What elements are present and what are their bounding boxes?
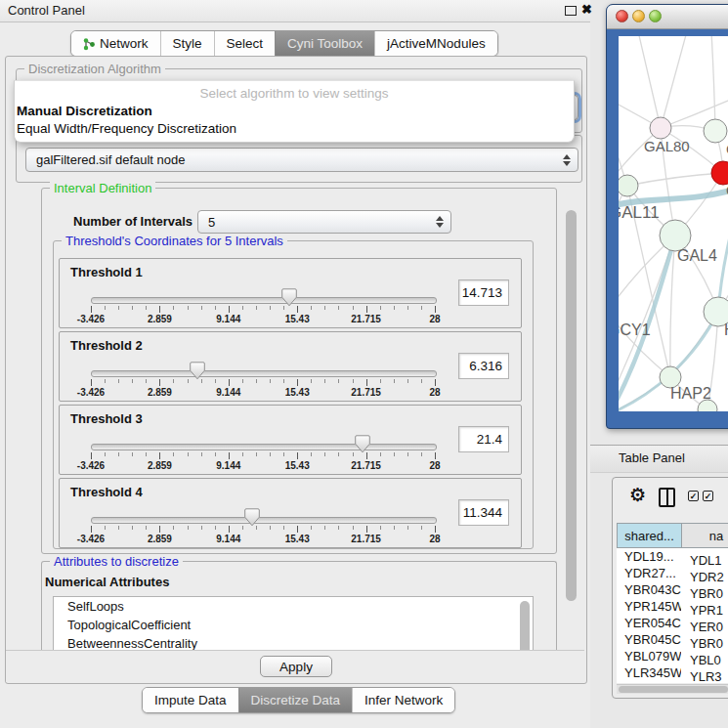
tick-mark: [188, 379, 189, 383]
slider-track[interactable]: [91, 444, 437, 450]
settings-scrollbar[interactable]: [564, 184, 578, 650]
scrollbar-thumb[interactable]: [566, 210, 577, 601]
threshold-value-field[interactable]: 11.344: [458, 499, 509, 526]
tab-discretize-data[interactable]: Discretize Data: [238, 688, 353, 712]
top-tab-bar: NetworkStyleSelectCyni ToolboxjActiveMNo…: [70, 30, 498, 57]
float-panel-icon[interactable]: [565, 6, 577, 16]
tick-mark: [173, 452, 174, 456]
tick-mark: [435, 379, 436, 386]
tick-label: -3.426: [77, 460, 105, 471]
table-row[interactable]: YIL052CYIL0: [617, 681, 728, 683]
dropdown-option-manual-discretization[interactable]: Manual Discretization: [17, 104, 152, 118]
numerical-attributes-label: Numerical Attributes: [45, 575, 169, 589]
network-node-label: H: [724, 321, 728, 338]
tick-label: 9.144: [216, 460, 240, 471]
minimize-light-icon[interactable]: [632, 10, 645, 22]
tick-mark: [324, 452, 325, 456]
cell-shared-name: YIL052C: [617, 681, 681, 683]
tick-mark: [188, 306, 189, 310]
threshold-label: Threshold 1: [70, 265, 143, 279]
tab-infer-network[interactable]: Infer Network: [352, 688, 454, 712]
tab-select[interactable]: Select: [214, 31, 276, 56]
slider-track[interactable]: [91, 370, 437, 377]
tab-jactivemnodules[interactable]: jActiveMNodules: [374, 31, 497, 56]
table-panel-title: Table Panel: [619, 450, 685, 465]
table-row[interactable]: YLR345WYLR3: [617, 664, 728, 681]
checkbox-icon[interactable]: ✓: [688, 491, 699, 501]
network-node[interactable]: [650, 117, 671, 139]
tick-mark: [188, 526, 189, 530]
tick-mark: [380, 452, 381, 456]
attributes-list[interactable]: SelfLoopsTopologicalCoefficientBetweenne…: [53, 596, 534, 651]
table-row[interactable]: YPR145WYPR1: [617, 598, 728, 615]
list-item-topologicalcoefficient[interactable]: TopologicalCoefficient: [54, 616, 533, 634]
cell-shared-name: YDL19...: [617, 548, 681, 565]
tick-mark: [297, 452, 298, 459]
slider-thumb[interactable]: [244, 508, 260, 527]
table-row[interactable]: YDR27...YDR2: [617, 565, 728, 581]
tick-mark: [353, 526, 354, 530]
tick-mark: [159, 526, 160, 533]
slider-track[interactable]: [91, 517, 437, 524]
slider-thumb[interactable]: [355, 435, 370, 453]
zoom-light-icon[interactable]: [649, 10, 662, 22]
list-item-betweennesscentrality[interactable]: BetweennessCentrality: [54, 634, 533, 651]
tick-mark: [118, 306, 119, 310]
tab-label: Cyni Toolbox: [287, 36, 363, 51]
list-scrollbar-thumb[interactable]: [520, 601, 530, 651]
number-of-intervals-label: Number of Intervals: [73, 214, 193, 229]
slider-thumb[interactable]: [190, 362, 205, 380]
slider-track[interactable]: [91, 297, 437, 304]
table-row[interactable]: YBR043CYBR0: [617, 581, 728, 598]
scrollbar-thumb[interactable]: [619, 686, 728, 693]
network-node[interactable]: [619, 175, 638, 196]
tick-label: 2.859: [148, 534, 172, 544]
close-icon[interactable]: ✖: [581, 2, 592, 17]
columns-icon[interactable]: [659, 488, 675, 507]
threshold-value-field[interactable]: 6.316: [458, 353, 509, 379]
checkbox-icon[interactable]: ✓: [703, 491, 713, 501]
table-row[interactable]: YBR045CYBR0: [617, 631, 728, 648]
number-of-intervals-combobox[interactable]: 5: [197, 210, 451, 234]
bottom-tab-bar: Impute DataDiscretize DataInfer Network: [142, 687, 455, 713]
table-row[interactable]: YBL079WYBL0: [617, 648, 728, 664]
table-hscrollbar[interactable]: [617, 684, 728, 694]
table-row[interactable]: YDL19...YDL1: [617, 548, 728, 565]
tick-mark: [132, 452, 133, 456]
threshold-value-field[interactable]: 14.713: [458, 279, 509, 306]
tab-cyni-toolbox[interactable]: Cyni Toolbox: [275, 31, 374, 56]
table-body[interactable]: YDL19...YDL1YDR27...YDR2YBR043CYBR0YPR14…: [617, 548, 728, 683]
network-edge: [619, 186, 627, 266]
tab-style[interactable]: Style: [160, 31, 214, 56]
number-of-intervals-value: 5: [208, 215, 215, 230]
tick-mark: [324, 526, 325, 530]
network-node[interactable]: [704, 119, 727, 143]
tick-mark: [173, 306, 174, 310]
column-header-shared[interactable]: shared...: [617, 523, 682, 548]
tick-mark: [324, 306, 325, 310]
table-row[interactable]: YER054CYER0: [617, 615, 728, 631]
network-window-titlebar[interactable]: [607, 5, 728, 29]
tick-mark: [173, 379, 174, 383]
tick-mark: [338, 306, 339, 310]
table-data-combobox[interactable]: galFiltered.sif default node: [25, 148, 578, 172]
network-canvas[interactable]: GAL80GAGGAL11GAL4GCY1HHAP2: [619, 36, 728, 411]
tick-mark: [242, 526, 243, 530]
close-light-icon[interactable]: [616, 10, 628, 22]
column-header-name[interactable]: na: [681, 523, 728, 548]
tick-mark: [311, 526, 312, 530]
cell-shared-name: YER054C: [617, 615, 681, 631]
slider-thumb[interactable]: [281, 288, 297, 307]
tick-label: 2.859: [148, 460, 172, 471]
tab-network[interactable]: Network: [71, 31, 160, 56]
algorithm-dropdown-popup: Select algorithm to view settings Manual…: [14, 80, 575, 143]
dropdown-option-equal-width-frequency-discretization[interactable]: Equal Width/Frequency Discretization: [17, 121, 236, 136]
threshold-value-field[interactable]: 21.4: [458, 426, 509, 452]
tab-impute-data[interactable]: Impute Data: [143, 688, 238, 712]
gear-icon[interactable]: ⚙: [629, 484, 646, 506]
tick-mark: [201, 379, 202, 383]
tick-mark: [421, 306, 422, 310]
apply-button[interactable]: Apply: [260, 656, 332, 677]
tick-label: 21.715: [351, 314, 381, 324]
list-item-selfloops[interactable]: SelfLoops: [54, 597, 533, 616]
